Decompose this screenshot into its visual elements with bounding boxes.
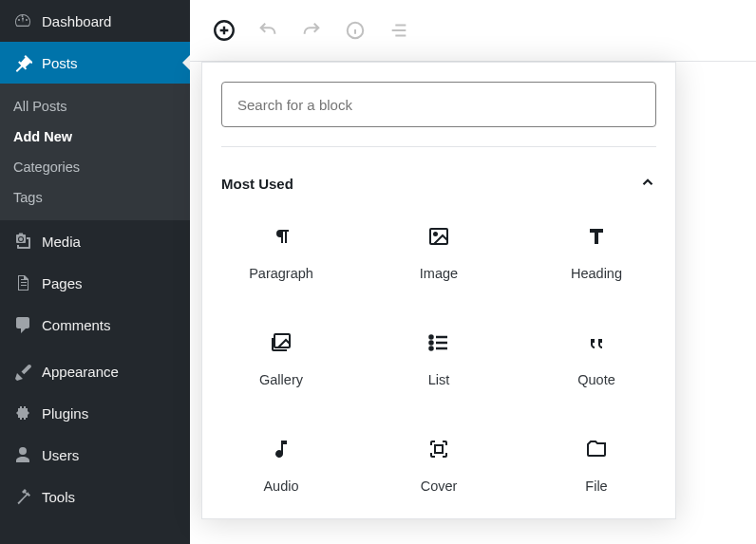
tools-icon xyxy=(13,487,32,506)
quote-icon xyxy=(584,330,609,355)
content-info-button[interactable] xyxy=(342,17,369,44)
svg-rect-8 xyxy=(435,445,443,453)
media-icon xyxy=(13,232,32,251)
block-paragraph[interactable]: Paragraph xyxy=(202,199,360,306)
pages-icon xyxy=(13,273,32,292)
block-search-input[interactable] xyxy=(221,82,656,127)
heading-icon xyxy=(584,224,609,249)
appearance-icon xyxy=(13,362,32,381)
editor-toolbar xyxy=(190,0,756,62)
plugins-label: Plugins xyxy=(42,405,88,422)
block-gallery[interactable]: Gallery xyxy=(202,306,360,412)
audio-icon xyxy=(269,437,293,461)
users-icon xyxy=(13,445,32,464)
sidebar-item-users[interactable]: Users xyxy=(0,434,190,476)
block-outline-button[interactable] xyxy=(386,17,412,44)
comments-icon xyxy=(13,315,32,334)
svg-point-7 xyxy=(430,347,433,350)
users-label: Users xyxy=(42,447,79,463)
undo-button[interactable] xyxy=(255,17,281,44)
sidebar-item-tools[interactable]: Tools xyxy=(0,476,190,517)
appearance-label: Appearance xyxy=(42,364,119,380)
block-inserter: Most Used Paragraph Image Heading Galler… xyxy=(201,62,676,519)
block-image[interactable]: Image xyxy=(360,199,518,306)
block-label: Heading xyxy=(571,266,622,281)
editor-area: a block Most Used Paragraph Image Headin… xyxy=(190,0,756,544)
file-icon xyxy=(584,437,609,461)
block-label: Cover xyxy=(421,478,458,494)
sidebar-item-appearance[interactable]: Appearance xyxy=(0,350,190,392)
editor-placeholder-text: a block xyxy=(674,146,732,170)
chevron-up-icon xyxy=(639,174,656,194)
sidebar-item-comments[interactable]: Comments xyxy=(0,304,190,346)
block-file[interactable]: File xyxy=(518,412,675,518)
inserter-section-header[interactable]: Most Used xyxy=(202,157,675,199)
inserter-section-title: Most Used xyxy=(221,176,293,192)
svg-point-6 xyxy=(430,342,433,345)
list-icon xyxy=(426,330,451,355)
block-label: Audio xyxy=(263,478,298,494)
submenu-all-posts[interactable]: All Posts xyxy=(0,91,190,122)
submenu-tags[interactable]: Tags xyxy=(0,182,190,213)
redo-button[interactable] xyxy=(298,17,325,44)
block-cover[interactable]: Cover xyxy=(360,412,518,518)
block-quote[interactable]: Quote xyxy=(518,306,675,412)
tools-label: Tools xyxy=(42,489,75,505)
block-label: List xyxy=(428,372,450,387)
svg-point-5 xyxy=(430,336,433,339)
block-label: File xyxy=(585,478,607,494)
block-label: Gallery xyxy=(259,372,303,387)
plugins-icon xyxy=(13,403,32,422)
block-heading[interactable]: Heading xyxy=(518,199,675,306)
media-label: Media xyxy=(42,234,81,250)
posts-submenu: All Posts Add New Categories Tags xyxy=(0,84,190,220)
sidebar-item-pages[interactable]: Pages xyxy=(0,262,190,304)
pin-icon xyxy=(13,53,32,72)
posts-label: Posts xyxy=(42,55,78,71)
dashboard-label: Dashboard xyxy=(42,13,111,29)
gallery-icon xyxy=(269,330,293,355)
block-label: Image xyxy=(420,266,458,281)
block-label: Paragraph xyxy=(249,266,313,281)
sidebar-item-plugins[interactable]: Plugins xyxy=(0,392,190,434)
paragraph-icon xyxy=(269,224,293,249)
block-list[interactable]: List xyxy=(360,306,518,412)
image-icon xyxy=(426,224,451,249)
pages-label: Pages xyxy=(42,275,83,291)
block-grid: Paragraph Image Heading Gallery List Quo… xyxy=(202,199,675,518)
sidebar-item-media[interactable]: Media xyxy=(0,220,190,262)
sidebar-item-dashboard[interactable]: Dashboard xyxy=(0,0,190,42)
comments-label: Comments xyxy=(42,317,111,333)
block-label: Quote xyxy=(577,372,615,387)
submenu-add-new[interactable]: Add New xyxy=(0,122,190,152)
add-block-button[interactable] xyxy=(211,17,237,44)
sidebar-item-posts[interactable]: Posts xyxy=(0,42,190,84)
admin-sidebar: Dashboard Posts All Posts Add New Catego… xyxy=(0,0,190,544)
submenu-categories[interactable]: Categories xyxy=(0,152,190,182)
cover-icon xyxy=(426,437,451,461)
block-audio[interactable]: Audio xyxy=(202,412,360,518)
svg-point-3 xyxy=(434,233,437,235)
dashboard-icon xyxy=(13,11,32,30)
